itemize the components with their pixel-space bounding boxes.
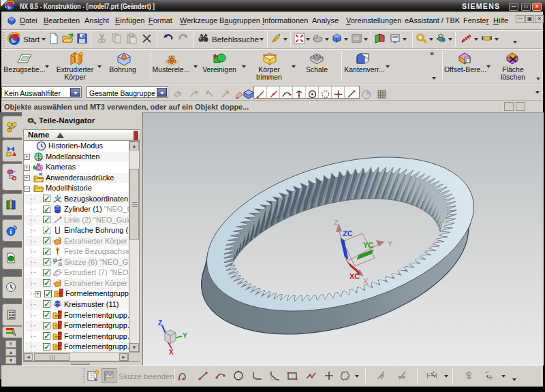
svg-text:Y: Y [183, 332, 187, 340]
svg-text:i: i [10, 228, 12, 235]
svg-text:XC: XC [349, 272, 360, 280]
svg-text:Z: Z [158, 319, 162, 327]
svg-text:Y: Y [388, 240, 393, 248]
svg-text:YC: YC [363, 241, 373, 249]
svg-text:ZC: ZC [343, 229, 353, 238]
svg-text:X: X [363, 277, 369, 285]
svg-text:X: X [169, 348, 174, 356]
svg-text:Z: Z [334, 218, 339, 227]
